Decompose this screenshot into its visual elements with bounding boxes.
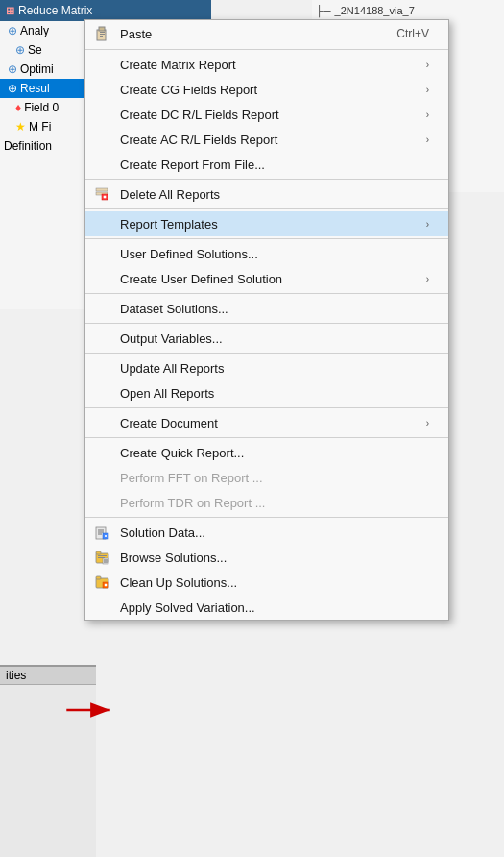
svg-rect-4 (100, 36, 103, 37)
cleanup-sol-menu-item[interactable]: Clean Up Solutions... (85, 570, 448, 595)
create-dc-label: Create DC R/L Fields Report (120, 108, 426, 122)
solution-data-menu-item[interactable]: Solution Data... (85, 520, 448, 545)
create-doc-menu-item[interactable]: Create Document › (85, 410, 448, 435)
svg-rect-18 (96, 551, 101, 554)
separator-5 (85, 293, 448, 294)
create-user-sol-menu-item[interactable]: Create User Defined Solution › (85, 266, 448, 291)
separator-2 (85, 179, 448, 180)
create-ac-arrow: › (426, 135, 429, 145)
tree-item-definition[interactable]: Definition (0, 136, 95, 156)
dataset-sol-menu-item[interactable]: Dataset Solutions... (85, 296, 448, 321)
tree-item-resul[interactable]: ⊕ Resul (0, 79, 95, 98)
tree-item-field[interactable]: ♦ Field 0 (0, 98, 95, 117)
create-cg-menu-item[interactable]: Create CG Fields Report › (85, 77, 448, 102)
tree-item-resul-label: Resul (20, 82, 50, 95)
create-ac-label: Create AC R/L Fields Report (120, 133, 426, 147)
definition-label: Definition (4, 139, 52, 153)
create-matrix-label: Create Matrix Report (120, 58, 426, 72)
create-quick-label: Create Quick Report... (120, 446, 429, 460)
perform-tdr-label: Perform TDR on Report ... (120, 496, 429, 510)
svg-rect-0 (97, 30, 106, 40)
separator-7 (85, 353, 448, 354)
field-icon: ♦ (15, 101, 21, 114)
svg-rect-1 (99, 27, 105, 31)
solution-data-label: Solution Data... (120, 526, 429, 540)
paste-menu-item[interactable]: Paste Ctrl+V (85, 20, 448, 47)
cleanup-sol-icon (93, 573, 112, 592)
open-all-menu-item[interactable]: Open All Reports (85, 380, 448, 405)
create-doc-label: Create Document (120, 416, 426, 430)
open-all-label: Open All Reports (120, 386, 429, 401)
browse-sol-menu-item[interactable]: Browse Solutions... (85, 545, 448, 570)
create-dc-menu-item[interactable]: Create DC R/L Fields Report › (85, 102, 448, 127)
tree-expand-1: ├─ (316, 5, 331, 16)
create-user-sol-arrow: › (426, 274, 429, 284)
create-from-file-label: Create Report From File... (120, 158, 429, 172)
tree-item-se[interactable]: ⊕ Se (0, 40, 95, 60)
output-vars-label: Output Variables... (120, 331, 429, 346)
context-menu: Paste Ctrl+V Create Matrix Report › Crea… (84, 19, 449, 621)
bottom-panel: ities (0, 665, 96, 857)
create-from-file-menu-item[interactable]: Create Report From File... (85, 152, 448, 177)
apply-solved-label: Apply Solved Variation... (120, 600, 429, 615)
delete-all-icon (93, 184, 112, 204)
perform-fft-label: Perform FFT on Report ... (120, 471, 429, 485)
create-matrix-menu-item[interactable]: Create Matrix Report › (85, 52, 448, 77)
arrow-indicator (62, 696, 120, 727)
cleanup-sol-label: Clean Up Solutions... (120, 575, 429, 590)
create-matrix-arrow: › (426, 60, 429, 70)
create-ac-menu-item[interactable]: Create AC R/L Fields Report › (85, 127, 448, 152)
svg-rect-19 (98, 555, 107, 556)
perform-fft-menu-item: Perform FFT on Report ... (85, 465, 448, 490)
title-bar-text: Reduce Matrix (18, 4, 92, 17)
tree-item-se-label: Se (28, 43, 42, 57)
tree-item-field-label: Field 0 (24, 101, 59, 114)
bottom-panel-title: ities (0, 667, 96, 685)
report-templates-menu-item[interactable]: Report Templates › (85, 211, 448, 236)
svg-rect-5 (96, 188, 108, 191)
separator-10 (85, 517, 448, 518)
title-icon: ⊞ (6, 5, 14, 17)
optimi-icon: ⊕ (8, 62, 17, 76)
tree-item-analy-label: Analy (20, 24, 49, 37)
right-tree-item-1: ├─ _2N14188_via_7 (312, 2, 504, 19)
user-defined-sol-menu-item[interactable]: User Defined Solutions... (85, 241, 448, 266)
browse-sol-icon (93, 548, 112, 567)
analy-icon: ⊕ (8, 24, 17, 37)
svg-rect-21 (103, 558, 108, 564)
create-cg-arrow: › (426, 85, 429, 95)
mfield-icon: ★ (15, 120, 26, 134)
create-cg-label: Create CG Fields Report (120, 83, 426, 97)
output-vars-menu-item[interactable]: Output Variables... (85, 326, 448, 351)
svg-rect-25 (96, 576, 101, 579)
tree-item-mfield-label: M Fi (29, 120, 51, 134)
report-templates-label: Report Templates (120, 217, 426, 232)
update-all-menu-item[interactable]: Update All Reports (85, 355, 448, 380)
user-defined-sol-label: User Defined Solutions... (120, 247, 429, 261)
tree-item-optimi-label: Optimi (20, 62, 54, 76)
separator-1 (85, 49, 448, 50)
dataset-sol-label: Dataset Solutions... (120, 302, 429, 316)
create-quick-menu-item[interactable]: Create Quick Report... (85, 440, 448, 465)
title-bar: ⊞ Reduce Matrix (0, 0, 211, 21)
tree-panel: ⊕ Analy ⊕ Se ⊕ Optimi ⊕ Resul ♦ Field 0 … (0, 21, 96, 309)
delete-all-menu-item[interactable]: Delete All Reports (85, 182, 448, 207)
solution-data-icon (93, 523, 112, 542)
update-all-label: Update All Reports (120, 361, 429, 376)
resul-icon: ⊕ (8, 82, 17, 95)
svg-rect-3 (100, 34, 105, 35)
create-dc-arrow: › (426, 110, 429, 120)
paste-shortcut: Ctrl+V (396, 27, 429, 40)
browse-sol-label: Browse Solutions... (120, 551, 429, 565)
tree-item-analy[interactable]: ⊕ Analy (0, 21, 95, 40)
delete-all-label: Delete All Reports (120, 187, 429, 202)
svg-rect-2 (100, 32, 105, 33)
separator-4 (85, 238, 448, 239)
separator-3 (85, 208, 448, 209)
apply-solved-menu-item[interactable]: Apply Solved Variation... (85, 595, 448, 620)
tree-item-optimi[interactable]: ⊕ Optimi (0, 60, 95, 79)
create-user-sol-label: Create User Defined Solution (120, 272, 426, 286)
tree-item-mfield[interactable]: ★ M Fi (0, 117, 95, 136)
report-templates-arrow: › (426, 219, 429, 230)
separator-6 (85, 323, 448, 324)
